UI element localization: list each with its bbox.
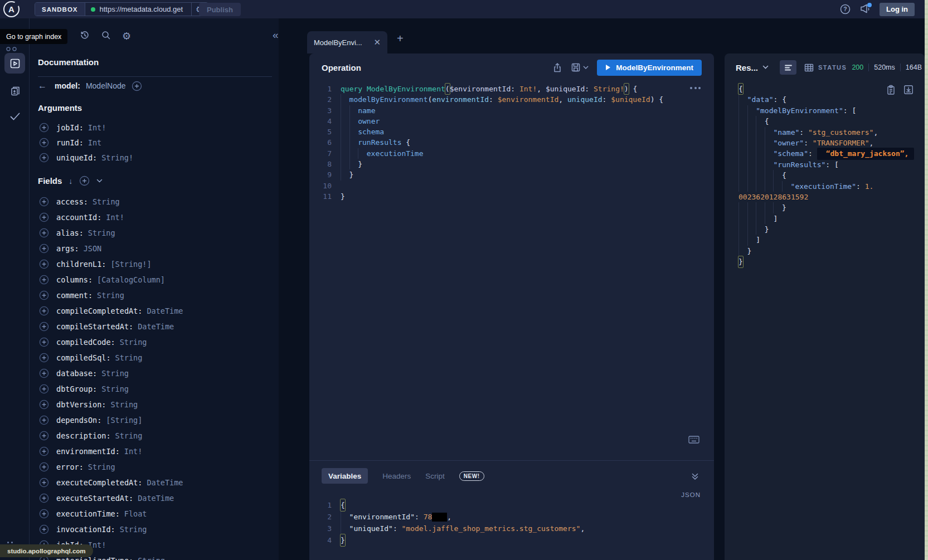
add-to-query-icon[interactable] xyxy=(39,153,49,163)
field-row[interactable]: executionTime:Float xyxy=(38,506,278,522)
add-to-query-icon[interactable] xyxy=(39,524,49,534)
close-tab-icon[interactable]: ✕ xyxy=(373,37,381,47)
field-row[interactable]: args:JSON xyxy=(38,241,278,256)
response-json[interactable]: {"data": {"modelByEnvironment": [{"name"… xyxy=(725,84,925,267)
login-button[interactable]: Log in xyxy=(880,3,915,16)
response-options-chevron-icon[interactable] xyxy=(762,65,769,70)
field-row[interactable]: accountId:Int! xyxy=(38,210,278,225)
announcements-icon[interactable] xyxy=(859,4,871,14)
add-to-query-icon[interactable] xyxy=(39,478,49,488)
rail-item-schema[interactable] xyxy=(9,85,21,97)
field-row[interactable]: environmentId:Int! xyxy=(38,444,278,459)
field-row[interactable]: access:String xyxy=(38,194,278,210)
add-to-query-icon[interactable] xyxy=(39,493,49,503)
tab-script[interactable]: Script xyxy=(425,472,445,480)
publish-button[interactable]: Publish xyxy=(199,3,241,16)
divider xyxy=(38,76,272,77)
field-row[interactable]: dependsOn:[String] xyxy=(38,412,278,428)
field-type: [CatalogColumn] xyxy=(97,275,165,284)
tab-headers[interactable]: Headers xyxy=(382,472,411,480)
add-to-query-icon[interactable] xyxy=(39,462,49,472)
add-to-query-icon[interactable] xyxy=(39,197,49,207)
code-line: 2modelByEnvironment(environmentId: $envi… xyxy=(315,94,714,105)
add-to-query-icon[interactable] xyxy=(39,509,49,519)
field-type: String! xyxy=(101,153,133,162)
breadcrumb-type[interactable]: ModelNode xyxy=(86,81,126,90)
add-field-icon[interactable] xyxy=(132,81,142,91)
sort-fields-icon[interactable]: ↓ xyxy=(69,177,72,186)
add-to-query-icon[interactable] xyxy=(39,212,49,222)
add-to-query-icon[interactable] xyxy=(39,244,49,254)
field-row[interactable]: compiledSql:String xyxy=(38,350,278,366)
fields-options-chevron-icon[interactable] xyxy=(96,179,103,183)
add-to-query-icon[interactable] xyxy=(39,290,49,300)
field-row[interactable]: dbtVersion:String xyxy=(38,397,278,412)
rail-item-checks[interactable] xyxy=(9,112,21,121)
add-to-query-icon[interactable] xyxy=(39,446,49,456)
save-operation-icon[interactable] xyxy=(571,62,581,72)
code-line: ] xyxy=(738,235,925,245)
field-row[interactable]: executeCompletedAt:DateTime xyxy=(38,475,278,490)
add-to-query-icon[interactable] xyxy=(39,415,49,425)
add-to-query-icon[interactable] xyxy=(39,306,49,316)
field-row[interactable]: description:String xyxy=(38,428,278,444)
add-to-query-icon[interactable] xyxy=(39,138,49,148)
add-to-query-icon[interactable] xyxy=(39,259,49,269)
field-row[interactable]: columns:[CatalogColumn] xyxy=(38,272,278,288)
field-row[interactable]: compileCompletedAt:DateTime xyxy=(38,303,278,319)
new-tab-icon[interactable]: + xyxy=(397,32,404,45)
run-operation-button[interactable]: ModelByEnvironment xyxy=(597,60,702,76)
field-type: DateTime xyxy=(138,494,174,503)
field-row[interactable]: invocationId:String xyxy=(38,522,278,537)
field-name: error: xyxy=(56,462,84,471)
field-type: [String] xyxy=(106,416,142,425)
field-row[interactable]: dbtGroup:String xyxy=(38,381,278,397)
collapse-variables-icon[interactable] xyxy=(691,473,699,481)
code-line: } xyxy=(738,246,925,256)
svg-text:?: ? xyxy=(843,6,847,12)
add-to-query-icon[interactable] xyxy=(39,431,49,441)
field-row[interactable]: alias:String xyxy=(38,225,278,241)
tab-modelbyenvironment[interactable]: ModelByEnvi... ✕ xyxy=(307,31,387,53)
add-to-query-icon[interactable] xyxy=(39,384,49,394)
tab-variables[interactable]: Variables xyxy=(322,468,368,484)
code-line: 4owner xyxy=(315,116,714,126)
add-to-query-icon[interactable] xyxy=(39,322,49,332)
add-to-query-icon[interactable] xyxy=(39,353,49,363)
field-row[interactable]: database:String xyxy=(38,366,278,381)
endpoint-input[interactable]: https://metadata.cloud.get xyxy=(85,3,191,16)
field-row[interactable]: runId:Int xyxy=(38,135,278,150)
code-line: ] xyxy=(738,213,925,224)
rail-item-explorer[interactable] xyxy=(4,53,25,74)
field-type: Int! xyxy=(106,213,124,222)
field-type: DateTime xyxy=(147,306,183,315)
share-operation-icon[interactable] xyxy=(552,62,562,73)
add-to-query-icon[interactable] xyxy=(39,275,49,285)
add-to-query-icon[interactable] xyxy=(39,228,49,238)
field-row[interactable]: compileStartedAt:DateTime xyxy=(38,319,278,334)
graph-index-icon[interactable] xyxy=(6,46,19,52)
field-row[interactable]: compiledCode:String xyxy=(38,334,278,350)
apollo-logo[interactable]: A xyxy=(3,1,20,17)
add-to-query-icon[interactable] xyxy=(39,337,49,347)
field-row[interactable]: comment:String xyxy=(38,288,278,303)
field-row[interactable]: uniqueId:String! xyxy=(38,150,278,165)
field-row[interactable]: error:String xyxy=(38,459,278,475)
table-view-toggle[interactable] xyxy=(804,64,814,72)
keyboard-shortcuts-icon[interactable] xyxy=(688,436,699,444)
add-to-query-icon[interactable] xyxy=(39,123,49,133)
operation-panel: Operation ModelByEnvironment xyxy=(309,53,714,560)
save-options-chevron-icon[interactable] xyxy=(583,66,589,70)
back-arrow-icon[interactable]: ← xyxy=(38,81,49,91)
add-all-fields-icon[interactable] xyxy=(79,176,90,186)
field-row[interactable]: jobId:Int! xyxy=(38,120,278,135)
rail-overflow-icon[interactable] xyxy=(7,542,13,543)
field-row[interactable]: executeStartedAt:DateTime xyxy=(38,490,278,506)
add-to-query-icon[interactable] xyxy=(39,368,49,378)
field-row[interactable]: childrenL1:[String!] xyxy=(38,256,278,272)
help-icon[interactable]: ? xyxy=(840,4,851,14)
variables-editor[interactable]: 1{2"environmentId": 78,3"uniqueId": "mod… xyxy=(309,499,714,546)
query-editor[interactable]: 1query ModelByEnvironment($environmentId… xyxy=(309,84,714,202)
add-to-query-icon[interactable] xyxy=(39,400,49,410)
raw-view-toggle[interactable] xyxy=(780,60,796,75)
